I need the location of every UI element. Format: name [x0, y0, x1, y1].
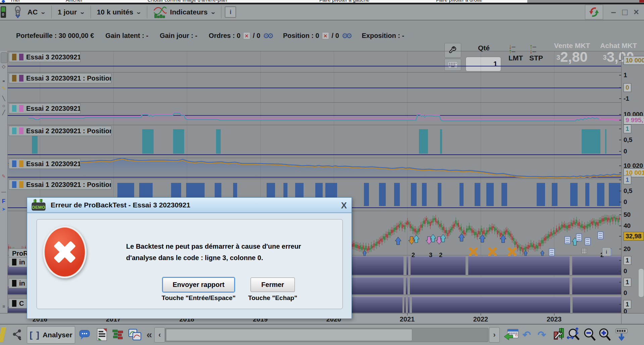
sell-label: Vente MKT: [551, 42, 593, 50]
drawing-toolbar: ◇❞✎╲○╱✎—F➤≡: [0, 51, 8, 324]
app-window: TrierAfficherChoisir comme image d'arriè…: [0, 0, 644, 345]
context-menu-item[interactable]: Afficher: [66, 0, 83, 3]
indicators-label: Indicateurs: [170, 8, 208, 16]
indicator-fill: [573, 297, 621, 313]
essai1-position-bar: [422, 183, 427, 206]
analyser-button[interactable]: [ ] Analyser: [27, 326, 75, 344]
minimize-button[interactable]: –: [608, 7, 619, 17]
news-button[interactable]: [95, 326, 109, 343]
axis-value: 1: [624, 125, 631, 133]
error-dialog-titlebar[interactable]: DEMO Erreur de ProBackTest - Essai 3 202…: [27, 198, 352, 213]
timeline-year-label: 2023: [547, 315, 562, 323]
pane-label[interactable]: Essai 2 20230921: [9, 103, 80, 113]
undo-icon: ↶: [522, 329, 531, 341]
pane-label[interactable]: in: [9, 278, 28, 288]
trendline-tool-icon[interactable]: ╱: [0, 110, 7, 115]
pane-label[interactable]: Essai 1 20230921: [9, 159, 80, 169]
close-button[interactable]: ×: [631, 7, 642, 17]
chart-settings-button[interactable]: [551, 326, 567, 343]
pane-label[interactable]: in: [9, 257, 28, 267]
collapse-toolbar-button[interactable]: «: [144, 326, 154, 343]
trade-marker-down: [426, 237, 432, 244]
pane-label[interactable]: Essai 3 20230921 : Positions: [9, 73, 111, 83]
lmt-button[interactable]: ↓⎯↑⎯ LMT: [508, 44, 523, 62]
dialog-close-button[interactable]: X: [341, 200, 347, 211]
chat-button[interactable]: [77, 326, 92, 343]
fibonacci-tool-icon[interactable]: F: [0, 198, 7, 205]
pane-label[interactable]: Essai 1 20230921 : Positions: [9, 180, 111, 190]
sell-market-button[interactable]: Vente MKT 32,80: [551, 40, 593, 71]
tool-button[interactable]: [1, 52, 7, 63]
scroll-left-button[interactable]: ‹: [154, 327, 165, 343]
context-menu-item[interactable]: Trier: [10, 0, 20, 3]
keyboard-button[interactable]: [444, 59, 461, 71]
news-doc-icon: [97, 328, 107, 341]
orderbook-button[interactable]: [111, 326, 125, 343]
segment-tool-icon[interactable]: —: [0, 189, 7, 194]
goto-date-button[interactable]: [503, 326, 520, 343]
series-color-swatch: [12, 54, 16, 60]
arrow-tool-icon[interactable]: ➤: [0, 206, 7, 212]
portfolio-value: Portefeuille : 30 000,00 €: [16, 32, 94, 40]
zoom-in-button[interactable]: [597, 326, 612, 343]
pane-divider: [7, 51, 621, 51]
svg-text:DEMO: DEMO: [32, 205, 45, 210]
qty-input[interactable]: [466, 57, 501, 71]
error-message: Le Backtest ne peut pas démarrer à cause…: [126, 241, 324, 263]
axis-value: 50: [624, 211, 631, 218]
pane-divider: [7, 72, 621, 72]
redo-button[interactable]: ↷: [536, 326, 548, 343]
close-position-icon[interactable]: ✕: [322, 32, 329, 39]
context-menu-item[interactable]: Faire pivoter à gauche: [319, 0, 369, 3]
zoom-out-button[interactable]: [582, 326, 597, 343]
orders-settings-icon[interactable]: ⚙⚙: [263, 32, 272, 40]
units-dropdown[interactable]: 10 k unités ⌄: [94, 5, 144, 19]
undo-button[interactable]: ↶: [521, 326, 533, 343]
indicators-dropdown[interactable]: Indicateurs ⌄: [151, 5, 218, 19]
detach-panel-button[interactable]: [613, 326, 630, 343]
pane-label[interactable]: C: [9, 298, 28, 308]
horizontal-scrollbar-track[interactable]: [165, 328, 488, 342]
order-settings-button[interactable]: [444, 43, 461, 58]
context-menu-item[interactable]: Choisir comme image d'arrière-plan: [148, 0, 227, 3]
maximize-button[interactable]: □: [619, 7, 631, 17]
stp-button[interactable]: ↑⎯↓⎯ STP: [529, 44, 543, 62]
trade-marker-up: [459, 234, 465, 241]
trade-marker-up: [413, 235, 419, 243]
info-button[interactable]: i: [225, 6, 236, 18]
chart-windows-button[interactable]: [127, 326, 143, 343]
ellipse-tool-icon[interactable]: ○: [0, 103, 7, 108]
exposure-value: Exposition : -: [362, 32, 404, 40]
pane-label[interactable]: Essai 2 20230921 : Positions: [9, 126, 111, 136]
series-color-swatch: [19, 105, 23, 112]
color-pencil-tool-icon[interactable]: ✎: [0, 174, 7, 179]
instrument-dropdown[interactable]: AC ⌄: [25, 5, 48, 19]
share-button[interactable]: [9, 326, 25, 343]
position-settings-icon[interactable]: ⚙⚙: [342, 32, 351, 40]
line-tool-icon[interactable]: ╲: [0, 96, 7, 101]
essai1-position-bar: [364, 183, 369, 206]
period-dropdown[interactable]: 1 jour ⌄: [55, 5, 87, 19]
indicator-fill: [351, 277, 404, 294]
buy-market-button[interactable]: Achat MKT 33,00: [597, 40, 640, 71]
essai1-line: [8, 158, 621, 177]
pencil-tool-icon[interactable]: ✎: [0, 86, 7, 91]
link-tool-button[interactable]: [11, 5, 25, 19]
context-menu-item[interactable]: Faire pivoter à droite: [436, 0, 482, 3]
cancel-orders-icon[interactable]: ✕: [243, 32, 250, 39]
vertical-scrollbar-thumb[interactable]: [638, 268, 644, 297]
horizontal-scrollbar-thumb[interactable]: [166, 329, 412, 341]
pointer-tool-icon[interactable]: ◇: [0, 64, 7, 69]
list-tool-icon[interactable]: ≡: [0, 304, 7, 309]
wrench-candle-icon: [552, 328, 566, 341]
axis-value: 40: [624, 222, 631, 230]
pane-label[interactable]: Essai 3 20230921: [9, 52, 80, 62]
zoom-fit-button[interactable]: [566, 326, 582, 343]
scroll-right-button[interactable]: ›: [489, 327, 500, 343]
chart-info-button[interactable]: i: [602, 247, 611, 256]
axis-value: 0: [624, 83, 631, 92]
close-dialog-button[interactable]: Fermer: [251, 278, 295, 292]
quote-tool-icon[interactable]: ❞: [0, 80, 7, 85]
sync-button[interactable]: [585, 5, 603, 19]
send-report-button[interactable]: Envoyer rapport: [163, 278, 234, 292]
